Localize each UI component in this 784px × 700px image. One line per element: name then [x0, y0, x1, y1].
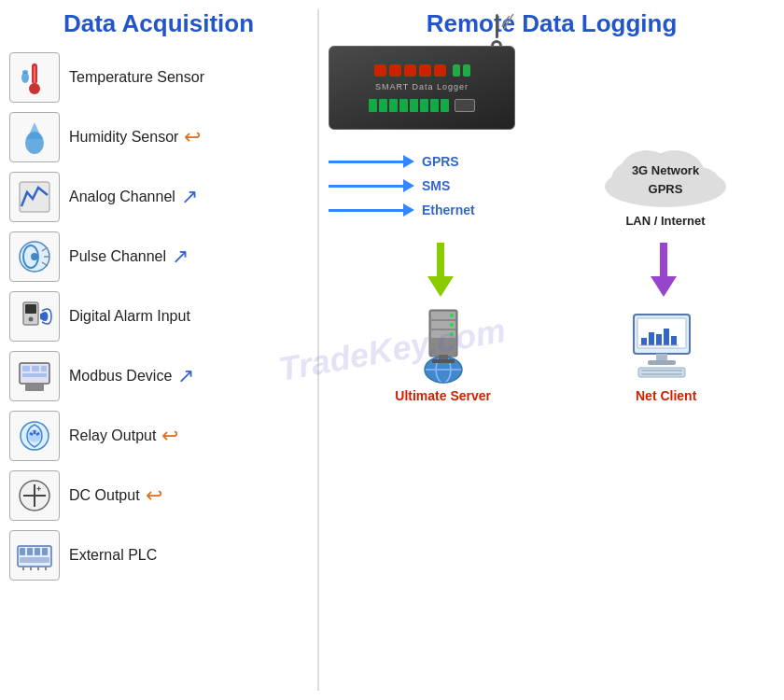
svg-rect-63	[656, 334, 662, 345]
humidity-arrow-icon: ↩	[184, 125, 201, 149]
data-logger-device: SMART Data Logger	[329, 46, 515, 130]
svg-rect-61	[641, 338, 647, 345]
svg-rect-34	[35, 548, 40, 555]
cloud-area: 3G Network GPRS LAN / Internet	[556, 135, 775, 228]
pulse-label-row: Pulse Channel ↗	[69, 245, 189, 269]
cloud-shape: 3G Network GPRS	[595, 135, 735, 210]
lan-internet-label: LAN / Internet	[625, 214, 705, 228]
temp-sensor-label: Temperature Sensor	[69, 69, 204, 86]
svg-point-51	[450, 323, 454, 327]
analog-channel-label: Analog Channel	[69, 189, 175, 205]
list-item: Humidity Sensor ↩	[9, 109, 317, 165]
svg-point-10	[31, 253, 38, 260]
analog-arrow-icon: ↗	[181, 185, 198, 209]
svg-rect-32	[20, 548, 25, 555]
modbus-device-icon	[9, 351, 60, 401]
list-item: External PLC	[9, 527, 317, 583]
svg-text:+: +	[36, 484, 41, 494]
list-item: Digital Alarm Input	[9, 288, 317, 344]
svg-rect-2	[34, 66, 35, 83]
svg-rect-65	[671, 336, 677, 345]
dc-output-label: DC Output	[69, 487, 140, 504]
svg-line-25	[30, 433, 33, 435]
external-plc-label: External PLC	[69, 547, 157, 564]
svg-marker-6	[27, 122, 42, 139]
svg-point-4	[22, 70, 28, 74]
sms-label: SMS	[422, 178, 478, 193]
sms-arrow	[329, 179, 414, 192]
digital-label-row: Digital Alarm Input	[69, 308, 190, 325]
right-panel: Remote Data Logging	[319, 0, 784, 700]
ethernet-connection: Ethernet	[329, 203, 547, 217]
svg-rect-58	[432, 359, 455, 363]
gprs-arrow	[329, 155, 414, 168]
analog-channel-icon	[9, 172, 60, 222]
client-icon	[624, 301, 708, 385]
list-item: Temperature Sensor	[9, 49, 317, 105]
relay-arrow-icon: ↩	[161, 424, 178, 448]
svg-rect-35	[42, 548, 48, 555]
left-title: Data Acquisition	[9, 9, 317, 38]
sensor-list: Temperature Sensor Humidity Sensor ↩	[9, 49, 317, 583]
temp-label-row: Temperature Sensor	[69, 69, 204, 86]
main-container: Data Acquisition Temperature	[0, 0, 784, 700]
client-arrow-line	[660, 243, 667, 276]
device-brand-label: SMART Data Logger	[375, 82, 469, 91]
dc-output-icon: +	[9, 470, 60, 521]
svg-rect-33	[27, 548, 33, 555]
pulse-arrow-icon: ↗	[172, 245, 189, 269]
external-plc-icon	[9, 530, 60, 581]
client-label: Net Client	[636, 388, 696, 403]
left-panel: Data Acquisition Temperature	[0, 0, 317, 700]
relay-label-row: Relay Output ↩	[69, 424, 178, 448]
arrows-column: GPRS SMS Ethernet	[329, 145, 547, 217]
cloud-text: 3G Network GPRS	[632, 161, 699, 198]
humidity-sensor-icon	[9, 112, 60, 162]
svg-point-52	[450, 332, 454, 336]
down-arrows-area	[329, 243, 775, 297]
list-item: Relay Output ↩	[9, 408, 317, 464]
svg-rect-71	[641, 373, 682, 375]
svg-rect-62	[649, 332, 654, 345]
svg-rect-18	[22, 366, 30, 371]
svg-rect-22	[25, 384, 44, 391]
humidity-label-row: Humidity Sensor ↩	[69, 125, 201, 149]
dc-arrow-icon: ↩	[146, 483, 162, 508]
pulse-channel-label: Pulse Channel	[69, 248, 166, 265]
ethernet-arrow	[329, 203, 414, 217]
server-label: Ultimate Server	[395, 388, 491, 403]
svg-point-50	[450, 314, 454, 317]
right-title: Remote Data Logging	[329, 9, 775, 38]
svg-rect-67	[656, 354, 667, 361]
svg-rect-64	[664, 329, 669, 345]
ethernet-label: Ethernet	[422, 203, 478, 217]
svg-line-26	[36, 433, 39, 435]
modbus-device-label: Modbus Device	[69, 368, 172, 385]
relay-output-label: Relay Output	[69, 427, 156, 444]
svg-rect-70	[641, 370, 682, 371]
list-item: Analog Channel ↗	[9, 169, 317, 225]
server-arrow-container	[427, 243, 454, 297]
connections-area: GPRS SMS Ethernet	[329, 145, 775, 228]
svg-point-16	[29, 317, 34, 322]
relay-output-icon	[9, 411, 60, 461]
temp-sensor-icon	[9, 52, 60, 103]
svg-rect-69	[638, 368, 685, 377]
svg-rect-19	[32, 366, 39, 371]
device-area: SMART Data Logger	[329, 46, 515, 130]
dc-label-row: DC Output ↩	[69, 483, 162, 508]
sms-connection: SMS	[329, 178, 547, 193]
list-item: Modbus Device ↗	[9, 348, 317, 404]
client-box: Net Client	[624, 301, 708, 403]
humidity-sensor-label: Humidity Sensor	[69, 129, 178, 146]
client-arrow-head	[651, 276, 677, 297]
svg-rect-15	[25, 304, 36, 314]
svg-rect-21	[22, 373, 47, 377]
pulse-channel-icon	[9, 231, 60, 282]
server-icon	[401, 301, 485, 385]
list-item: + DC Output ↩	[9, 468, 317, 524]
digital-alarm-label: Digital Alarm Input	[69, 308, 190, 325]
server-box: Ultimate Server	[395, 301, 491, 403]
list-item: Pulse Channel ↗	[9, 229, 317, 285]
client-arrow-container	[651, 243, 677, 297]
